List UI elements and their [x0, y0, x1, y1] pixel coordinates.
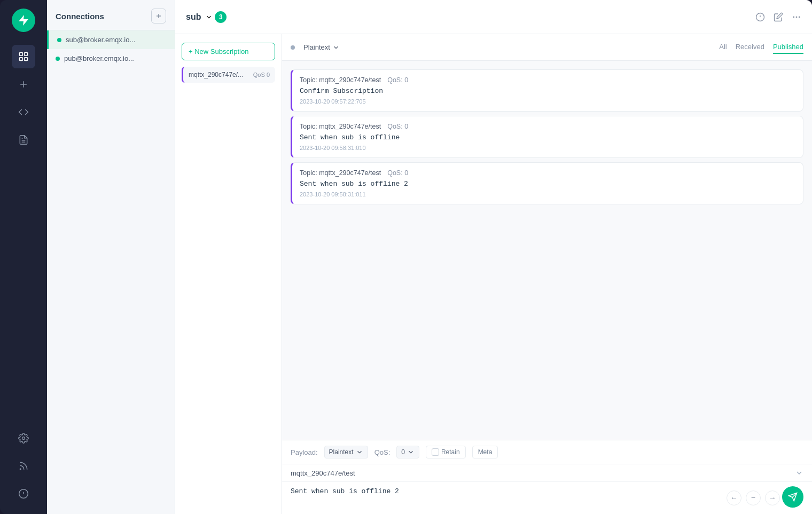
chevron-down-icon	[205, 13, 213, 21]
clear-button[interactable]: −	[746, 491, 761, 505]
composer-body[interactable]: Sent when sub is offline 2 ← − →	[282, 482, 812, 514]
svg-point-18	[796, 17, 797, 18]
content-area: + New Subscription mqttx_290c747e/... Qo…	[175, 34, 812, 514]
svg-point-9	[20, 469, 21, 470]
composer: Payload: Plaintext QoS: 0 Retain	[282, 440, 812, 514]
payload-chevron-icon	[332, 44, 340, 51]
more-icon[interactable]	[792, 12, 801, 22]
composer-payload-type: Plaintext	[329, 448, 354, 456]
topic-expand-icon[interactable]	[795, 469, 803, 477]
composer-toolbar: Payload: Plaintext QoS: 0 Retain	[282, 440, 812, 464]
subscriptions-panel: + New Subscription mqttx_290c747e/... Qo…	[175, 34, 282, 514]
filter-tab-published[interactable]: Published	[773, 41, 803, 54]
subscription-qos: QoS 0	[253, 72, 270, 78]
edit-icon[interactable]	[774, 12, 783, 22]
power-icon[interactable]	[755, 12, 765, 22]
composer-payload-selector[interactable]: Plaintext	[324, 446, 368, 458]
prev-message-button[interactable]: ←	[727, 491, 741, 505]
message-body: Sent when sub is offline 2	[300, 180, 795, 188]
connection-status-dot	[57, 38, 61, 42]
message-body: Sent when sub is offline	[300, 133, 795, 141]
top-bar-actions	[755, 12, 801, 22]
filter-bar: Plaintext All Received Published	[282, 34, 812, 61]
active-connection-name: sub	[186, 12, 201, 22]
message-header: Topic: mqttx_290c747e/test QoS: 0	[300, 123, 795, 130]
sidebar-item-code[interactable]	[12, 100, 35, 124]
message-topic: Topic: mqttx_290c747e/test	[300, 169, 381, 177]
svg-point-19	[799, 17, 800, 18]
payload-type-label: Plaintext	[303, 43, 330, 51]
new-subscription-button[interactable]: + New Subscription	[182, 43, 275, 60]
message-card: Topic: mqttx_290c747e/test QoS: 0 Sent w…	[291, 116, 803, 158]
send-button[interactable]	[782, 486, 803, 508]
filter-tabs: All Received Published	[719, 41, 803, 54]
svg-rect-2	[20, 58, 23, 61]
connections-panel: Connections sub@broker.emqx.io... pub@br…	[47, 0, 175, 514]
subscription-item[interactable]: mqttx_290c747e/... QoS 0	[182, 67, 275, 83]
qos-label: QoS:	[374, 448, 391, 456]
composer-actions: ← − →	[727, 491, 780, 505]
connection-label: pub@broker.emqx.io...	[64, 54, 134, 62]
svg-point-17	[793, 17, 794, 18]
composer-topic-bar: mqttx_290c747e/test	[282, 464, 812, 482]
svg-rect-0	[20, 53, 23, 56]
connections-header: Connections	[47, 0, 175, 30]
add-connection-button[interactable]	[151, 9, 166, 23]
message-body: Confirm Subscription	[300, 87, 795, 95]
message-topic: Topic: mqttx_290c747e/test	[300, 76, 381, 84]
connection-item-sub[interactable]: sub@broker.emqx.io...	[47, 30, 175, 49]
message-card: Topic: mqttx_290c747e/test QoS: 0 Sent w…	[291, 162, 803, 204]
sidebar-item-add[interactable]	[12, 73, 35, 96]
sidebar-item-feed[interactable]	[12, 454, 35, 478]
app-logo[interactable]	[12, 9, 35, 32]
payload-label: Payload:	[291, 448, 318, 456]
svg-rect-1	[25, 53, 28, 56]
payload-type-selector[interactable]: Plaintext	[299, 41, 344, 53]
status-indicator: 3	[205, 11, 227, 23]
payload-status-dot	[291, 45, 295, 50]
retain-button[interactable]: Retain	[426, 446, 466, 458]
svg-rect-3	[25, 58, 28, 61]
message-header: Topic: mqttx_290c747e/test QoS: 0	[300, 76, 795, 84]
message-time: 2023-10-20 09:58:31:011	[300, 191, 795, 197]
connections-title: Connections	[56, 12, 104, 21]
meta-button[interactable]: Meta	[472, 446, 498, 458]
next-message-button[interactable]: →	[765, 491, 780, 505]
main-area: sub 3 + New Subscription mqttx_290c747e/…	[175, 0, 812, 514]
messages-list: Topic: mqttx_290c747e/test QoS: 0 Confir…	[282, 61, 812, 440]
message-qos: QoS: 0	[387, 169, 408, 177]
meta-label: Meta	[478, 448, 493, 456]
message-card: Topic: mqttx_290c747e/test QoS: 0 Confir…	[291, 69, 803, 112]
sidebar-item-settings[interactable]	[12, 426, 35, 450]
sidebar-item-info[interactable]	[12, 482, 35, 505]
filter-tab-received[interactable]: Received	[736, 41, 764, 54]
composer-qos-value: 0	[401, 448, 405, 456]
subscription-topic: mqttx_290c747e/...	[189, 71, 243, 78]
svg-point-8	[22, 437, 25, 440]
message-time: 2023-10-20 09:57:22:705	[300, 98, 795, 105]
filter-tab-all[interactable]: All	[719, 41, 727, 54]
connection-label: sub@broker.emqx.io...	[66, 36, 135, 44]
composer-topic-value: mqttx_290c747e/test	[291, 469, 355, 477]
message-qos: QoS: 0	[387, 76, 408, 84]
icon-sidebar	[0, 0, 47, 514]
messages-panel: Plaintext All Received Published Topic: …	[282, 34, 812, 514]
message-header: Topic: mqttx_290c747e/test QoS: 0	[300, 169, 795, 177]
connection-status-dot	[56, 57, 60, 61]
sidebar-item-logs[interactable]	[12, 128, 35, 152]
message-qos: QoS: 0	[387, 123, 408, 130]
qos-dropdown-icon	[407, 448, 415, 456]
sidebar-item-connections[interactable]	[12, 45, 35, 68]
top-bar: sub 3	[175, 0, 812, 34]
message-time: 2023-10-20 09:58:31:010	[300, 145, 795, 151]
payload-dropdown-icon	[356, 448, 363, 456]
composer-qos-selector[interactable]: 0	[396, 446, 419, 458]
retain-label: Retain	[441, 448, 460, 456]
connection-item-pub[interactable]: pub@broker.emqx.io...	[47, 49, 175, 68]
composer-body-text: Sent when sub is offline 2	[291, 487, 399, 495]
subscription-badge: 3	[215, 11, 227, 23]
message-topic: Topic: mqttx_290c747e/test	[300, 123, 381, 130]
